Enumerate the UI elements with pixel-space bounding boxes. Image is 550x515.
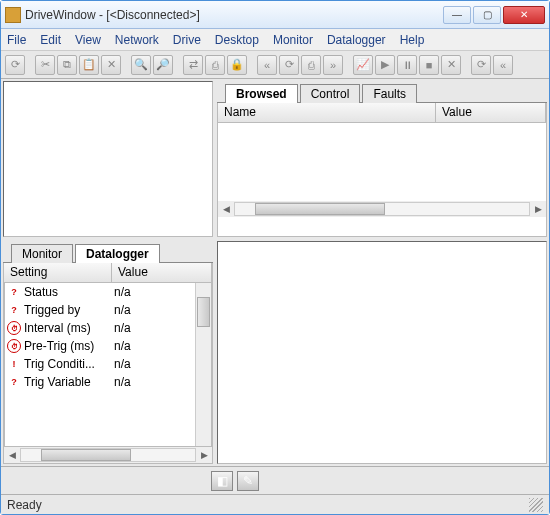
menu-datalogger[interactable]: Datalogger	[327, 33, 386, 47]
tab-control[interactable]: Control	[300, 84, 361, 103]
scroll-right-icon[interactable]: ▶	[196, 448, 212, 462]
toolbar-btn-23[interactable]: ✕	[441, 55, 461, 75]
tab-faults[interactable]: Faults	[362, 84, 417, 103]
toolbar-btn-2[interactable]: ✂	[35, 55, 55, 75]
toolbar: ⟳✂⧉📋✕🔍🔎⇄⎙🔒«⟳⎙»📈▶⏸■✕⟳«	[1, 51, 549, 79]
row-icon: ?	[7, 285, 21, 299]
col-setting[interactable]: Setting	[4, 263, 112, 282]
row-name: Trig Conditi...	[24, 357, 114, 371]
toolbar-btn-4[interactable]: 📋	[79, 55, 99, 75]
titlebar: DriveWindow - [<Disconnected>] — ▢ ✕	[1, 1, 549, 29]
upper-panes: BrowsedControlFaults Name Value ◀ ▶	[1, 79, 549, 239]
scroll-left-icon[interactable]: ◀	[4, 448, 20, 462]
left-columns: Setting Value	[4, 263, 212, 283]
tree-pane[interactable]	[3, 81, 213, 237]
menu-help[interactable]: Help	[400, 33, 425, 47]
window-title: DriveWindow - [<Disconnected>]	[25, 8, 443, 22]
scroll-thumb[interactable]	[255, 203, 385, 215]
settings-rows[interactable]: ?Statusn/a?Trigged byn/a⏱Interval (ms)n/…	[5, 283, 195, 446]
menu-monitor[interactable]: Monitor	[273, 33, 313, 47]
toolbar-btn-5[interactable]: ✕	[101, 55, 121, 75]
toolbar-btn-22[interactable]: ■	[419, 55, 439, 75]
bottom-btn-1[interactable]: ✎	[237, 471, 259, 491]
row-value: n/a	[114, 357, 195, 371]
bottom-btn-0[interactable]: ◧	[211, 471, 233, 491]
menu-network[interactable]: Network	[115, 33, 159, 47]
left-tab-body: Setting Value ?Statusn/a?Trigged byn/a⏱I…	[3, 263, 213, 464]
row-value: n/a	[114, 321, 195, 335]
left-hscroll[interactable]: ◀ ▶	[4, 447, 212, 463]
row-icon: ?	[7, 303, 21, 317]
toolbar-btn-15[interactable]: ⟳	[279, 55, 299, 75]
toolbar-btn-21[interactable]: ⏸	[397, 55, 417, 75]
setting-row[interactable]: ?Statusn/a	[5, 283, 195, 301]
toolbar-btn-11[interactable]: ⎙	[205, 55, 225, 75]
scroll-track[interactable]	[20, 448, 196, 462]
menu-desktop[interactable]: Desktop	[215, 33, 259, 47]
left-vscroll[interactable]	[195, 283, 211, 446]
row-value: n/a	[114, 339, 195, 353]
tab-monitor[interactable]: Monitor	[11, 244, 73, 263]
toolbar-btn-26[interactable]: «	[493, 55, 513, 75]
statusbar: Ready	[1, 494, 549, 514]
setting-row[interactable]: ?Trigged byn/a	[5, 301, 195, 319]
toolbar-btn-20[interactable]: ▶	[375, 55, 395, 75]
maximize-button[interactable]: ▢	[473, 6, 501, 24]
detail-pane[interactable]	[217, 241, 547, 464]
window-buttons: — ▢ ✕	[443, 6, 545, 24]
close-button[interactable]: ✕	[503, 6, 545, 24]
resize-grip-icon[interactable]	[529, 498, 543, 512]
setting-row[interactable]: !Trig Conditi...n/a	[5, 355, 195, 373]
tab-datalogger[interactable]: Datalogger	[75, 244, 160, 263]
minimize-button[interactable]: —	[443, 6, 471, 24]
scroll-right-icon[interactable]: ▶	[530, 202, 546, 216]
left-tabs: MonitorDatalogger	[3, 241, 213, 263]
vscroll-thumb[interactable]	[197, 297, 210, 327]
toolbar-btn-14[interactable]: «	[257, 55, 277, 75]
scroll-left-icon[interactable]: ◀	[218, 202, 234, 216]
col-value[interactable]: Value	[436, 103, 546, 122]
col-value-left[interactable]: Value	[112, 263, 212, 282]
browsed-pane: BrowsedControlFaults Name Value ◀ ▶	[217, 81, 547, 237]
bottom-toolbar: ◧✎	[1, 466, 549, 494]
tab-browsed[interactable]: Browsed	[225, 84, 298, 103]
toolbar-btn-19[interactable]: 📈	[353, 55, 373, 75]
row-name: Interval (ms)	[24, 321, 114, 335]
right-hscroll[interactable]: ◀ ▶	[218, 201, 546, 217]
lower-panes: MonitorDatalogger Setting Value ?Statusn…	[1, 239, 549, 466]
toolbar-btn-10[interactable]: ⇄	[183, 55, 203, 75]
row-value: n/a	[114, 285, 195, 299]
row-name: Status	[24, 285, 114, 299]
col-name[interactable]: Name	[218, 103, 436, 122]
row-icon: ⏱	[7, 321, 21, 335]
right-tab-body: Name Value ◀ ▶	[217, 103, 547, 237]
row-value: n/a	[114, 375, 195, 389]
toolbar-btn-25[interactable]: ⟳	[471, 55, 491, 75]
toolbar-btn-16[interactable]: ⎙	[301, 55, 321, 75]
scroll-thumb[interactable]	[41, 449, 131, 461]
setting-row[interactable]: ⏱Pre-Trig (ms)n/a	[5, 337, 195, 355]
settings-list: ?Statusn/a?Trigged byn/a⏱Interval (ms)n/…	[4, 283, 212, 447]
toolbar-btn-7[interactable]: 🔍	[131, 55, 151, 75]
row-name: Trig Variable	[24, 375, 114, 389]
right-list[interactable]	[218, 123, 546, 201]
menu-view[interactable]: View	[75, 33, 101, 47]
menubar: FileEditViewNetworkDriveDesktopMonitorDa…	[1, 29, 549, 51]
menu-file[interactable]: File	[7, 33, 26, 47]
menu-drive[interactable]: Drive	[173, 33, 201, 47]
row-name: Pre-Trig (ms)	[24, 339, 114, 353]
setting-row[interactable]: ?Trig Variablen/a	[5, 373, 195, 391]
datalogger-pane: MonitorDatalogger Setting Value ?Statusn…	[3, 241, 213, 464]
toolbar-btn-8[interactable]: 🔎	[153, 55, 173, 75]
toolbar-btn-0[interactable]: ⟳	[5, 55, 25, 75]
row-icon: ⏱	[7, 339, 21, 353]
toolbar-btn-12[interactable]: 🔒	[227, 55, 247, 75]
menu-edit[interactable]: Edit	[40, 33, 61, 47]
row-name: Trigged by	[24, 303, 114, 317]
toolbar-btn-3[interactable]: ⧉	[57, 55, 77, 75]
toolbar-btn-17[interactable]: »	[323, 55, 343, 75]
right-tabs: BrowsedControlFaults	[217, 81, 547, 103]
setting-row[interactable]: ⏱Interval (ms)n/a	[5, 319, 195, 337]
app-window: DriveWindow - [<Disconnected>] — ▢ ✕ Fil…	[0, 0, 550, 515]
scroll-track[interactable]	[234, 202, 530, 216]
